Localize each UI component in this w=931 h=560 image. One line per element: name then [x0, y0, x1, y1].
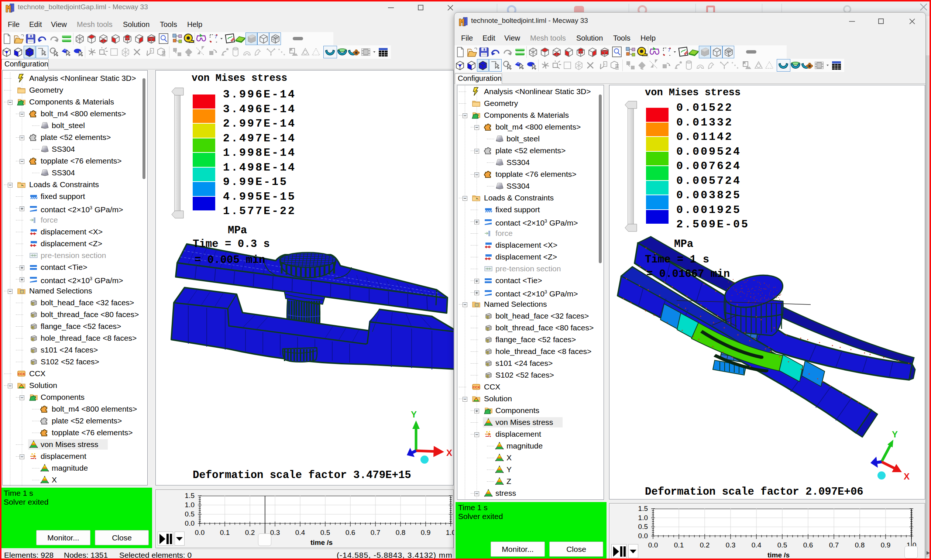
- svg-text:CCX: CCX: [472, 385, 480, 389]
- svg-text:CCX: CCX: [18, 372, 25, 376]
- svg-text:X: X: [446, 448, 452, 458]
- svg-text:Y: Y: [892, 429, 898, 439]
- svg-text:Y: Y: [411, 409, 417, 419]
- svg-text:x: x: [151, 49, 152, 52]
- svg-text:7: 7: [214, 34, 217, 40]
- svg-text:x: x: [604, 62, 605, 66]
- svg-text:7: 7: [668, 47, 670, 53]
- svg-text:X: X: [904, 471, 909, 482]
